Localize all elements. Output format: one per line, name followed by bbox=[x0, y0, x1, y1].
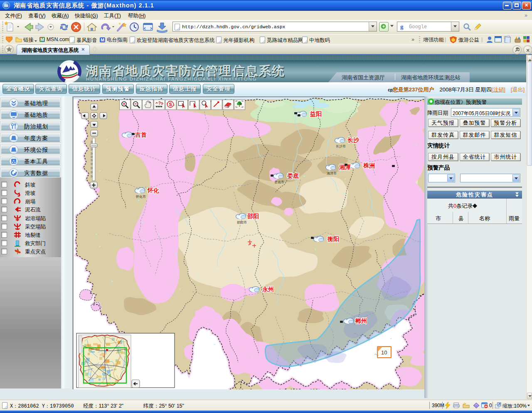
svg-text:永州: 永州 bbox=[262, 286, 274, 293]
svg-text:长沙: 长沙 bbox=[347, 137, 360, 143]
svg-text:?: ? bbox=[158, 101, 161, 106]
svg-text:邵阳: 邵阳 bbox=[247, 213, 259, 219]
svg-text:益阳: 益阳 bbox=[310, 111, 322, 117]
svg-text:怀化市: 怀化市 bbox=[135, 195, 146, 199]
svg-text:S: S bbox=[169, 102, 172, 107]
svg-text:吉首: 吉首 bbox=[135, 131, 147, 138]
svg-text:娄底市: 娄底市 bbox=[274, 180, 284, 184]
svg-text:怀化: 怀化 bbox=[147, 187, 159, 194]
svg-text:长沙市: 长沙市 bbox=[336, 145, 346, 148]
svg-text:衡阳: 衡阳 bbox=[327, 236, 339, 242]
svg-text:邵阳市: 邵阳市 bbox=[237, 221, 247, 224]
svg-text:娄底: 娄底 bbox=[287, 172, 299, 179]
svg-text:株洲: 株洲 bbox=[363, 162, 375, 169]
svg-text:10: 10 bbox=[381, 349, 387, 356]
svg-text:湘潭市: 湘潭市 bbox=[327, 172, 337, 175]
svg-text:郴州: 郴州 bbox=[355, 317, 367, 324]
